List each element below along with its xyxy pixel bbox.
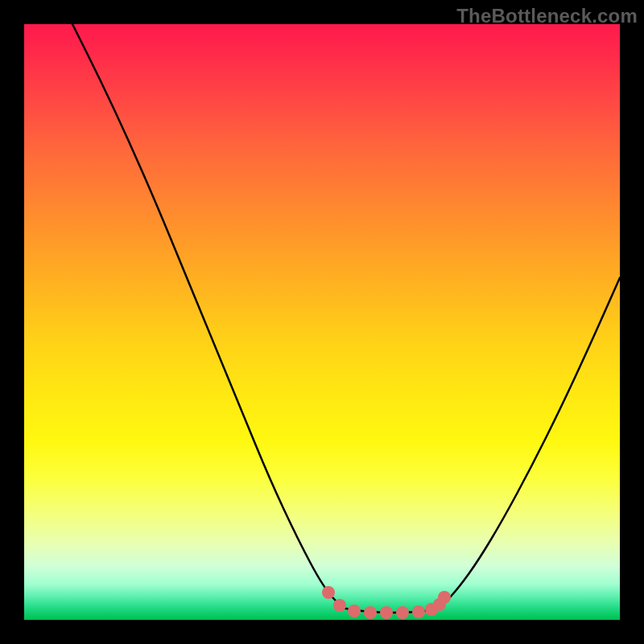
data-point (438, 591, 451, 604)
data-point (396, 606, 409, 619)
data-point (348, 605, 361, 617)
data-point (433, 598, 446, 611)
chart-lines (72, 24, 620, 613)
watermark-text: TheBottleneck.com (456, 5, 638, 27)
chart-plot-area (24, 24, 620, 620)
data-point (333, 599, 346, 612)
chart-svg (24, 24, 620, 620)
chart-markers (322, 586, 451, 619)
data-point (380, 606, 393, 619)
data-point (322, 586, 335, 599)
data-point (412, 605, 425, 618)
bottleneck-curve (72, 24, 620, 613)
data-point (364, 606, 377, 619)
data-point (425, 603, 438, 616)
